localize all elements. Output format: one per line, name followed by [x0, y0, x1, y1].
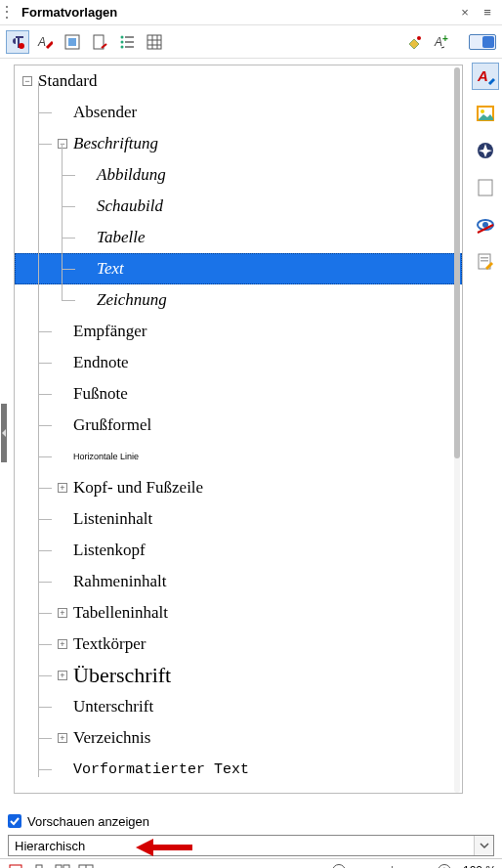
- tree-item[interactable]: +Kopf- und Fußzeile: [15, 472, 462, 503]
- tree-item[interactable]: Tabelle: [15, 222, 462, 253]
- zoom-out-button[interactable]: −: [332, 864, 346, 869]
- svg-point-5: [121, 35, 124, 38]
- tree-item-label: Text: [97, 259, 124, 279]
- tree-item-label: Standard: [38, 71, 97, 91]
- tree-item[interactable]: Text: [15, 253, 462, 284]
- save-status-icon[interactable]: [6, 862, 25, 869]
- gallery-tab-button[interactable]: [472, 100, 499, 127]
- tree-item[interactable]: +Tabelleninhalt: [15, 597, 462, 629]
- tree-item[interactable]: −Beschriftung: [15, 128, 462, 159]
- single-page-view-icon[interactable]: [29, 862, 49, 869]
- tree-item[interactable]: −Standard: [15, 65, 462, 97]
- tree-item[interactable]: Fußnote: [15, 378, 462, 410]
- svg-point-6: [121, 40, 124, 43]
- filter-combobox[interactable]: Hierarchisch: [8, 835, 494, 856]
- tree-item[interactable]: Listeninhalt: [15, 503, 462, 535]
- svg-rect-27: [481, 257, 488, 259]
- svg-rect-29: [10, 865, 21, 869]
- svg-rect-31: [36, 865, 42, 869]
- tree-item[interactable]: Vorformatierter Text: [15, 754, 462, 785]
- svg-rect-33: [63, 865, 69, 869]
- expand-icon[interactable]: +: [58, 639, 67, 649]
- tree-item-label: Absender: [73, 103, 137, 122]
- page-tab-button[interactable]: [472, 174, 499, 201]
- new-style-button[interactable]: A+: [430, 30, 453, 54]
- new-style-icon: A+: [434, 34, 449, 50]
- tree-item[interactable]: Absender: [15, 97, 462, 128]
- gallery-tab-icon: [476, 104, 495, 123]
- character-styles-button[interactable]: A: [33, 30, 57, 54]
- paragraph-styles-icon: [10, 34, 25, 50]
- panel-menu-icon[interactable]: ≡: [479, 5, 496, 20]
- tree-item[interactable]: Abbildung: [15, 159, 462, 191]
- drag-handle-icon[interactable]: [6, 5, 14, 21]
- panel-header: Formatvorlagen × ≡: [0, 0, 502, 25]
- zoom-in-button[interactable]: +: [438, 864, 451, 869]
- spotlight-toggle[interactable]: [469, 34, 496, 50]
- tree-item[interactable]: Empfänger: [15, 316, 462, 347]
- book-view-icon[interactable]: [76, 862, 96, 869]
- tree-item[interactable]: Zeichnung: [15, 284, 462, 316]
- expand-icon[interactable]: +: [58, 608, 67, 618]
- svg-point-0: [19, 43, 24, 49]
- tree-item-label: Zeichnung: [97, 290, 167, 310]
- tree-item[interactable]: Horizontale Linie: [15, 441, 462, 472]
- tree-item[interactable]: Endnote: [15, 347, 462, 378]
- tree-item-label: Rahmeninhalt: [73, 572, 166, 591]
- list-styles-icon: [119, 34, 135, 50]
- tree-item-label: Tabelle: [97, 228, 145, 247]
- scrollbar-thumb[interactable]: [454, 67, 460, 458]
- frame-styles-button[interactable]: [61, 30, 84, 54]
- character-styles-icon: A: [37, 34, 53, 50]
- tree-item-label: Listeninhalt: [73, 509, 152, 529]
- expand-icon[interactable]: +: [58, 671, 67, 680]
- preview-checkbox[interactable]: [8, 814, 21, 828]
- styles-tree[interactable]: −StandardAbsender−BeschriftungAbbildungS…: [14, 65, 463, 794]
- tree-item-label: Unterschrift: [73, 697, 153, 716]
- sidebar-tabs: A: [469, 59, 502, 807]
- paragraph-styles-button[interactable]: [6, 30, 29, 54]
- fill-format-button[interactable]: [402, 30, 426, 54]
- navigator-tab-icon: [476, 141, 495, 160]
- tree-item[interactable]: +Textkörper: [15, 629, 462, 660]
- page-styles-icon: [92, 34, 107, 50]
- page-styles-button[interactable]: [88, 30, 111, 54]
- styles-tab-button[interactable]: A: [472, 63, 499, 90]
- collapse-icon[interactable]: −: [58, 139, 67, 149]
- tree-item[interactable]: Listenkopf: [15, 535, 462, 566]
- multi-page-view-icon[interactable]: [53, 862, 72, 869]
- manage-changes-tab-button[interactable]: [472, 248, 499, 276]
- tree-item-label: Listenkopf: [73, 541, 146, 560]
- svg-rect-11: [147, 35, 161, 49]
- navigator-tab-button[interactable]: [472, 137, 499, 164]
- expand-icon[interactable]: +: [58, 733, 67, 743]
- tree-item-label: Tabelleninhalt: [73, 603, 168, 623]
- panel-collapse-handle[interactable]: [0, 59, 8, 807]
- tree-item[interactable]: Unterschrift: [15, 691, 462, 722]
- styles-tab-icon: A: [476, 66, 495, 86]
- expand-icon[interactable]: +: [58, 483, 67, 493]
- status-bar: − + 100 %: [0, 858, 502, 868]
- tree-item-label: Endnote: [73, 353, 129, 372]
- bottom-controls: Vorschauen anzeigen Hierarchisch: [0, 807, 502, 858]
- tree-item[interactable]: +Überschrift: [15, 660, 462, 691]
- tree-item[interactable]: Grußformel: [15, 410, 462, 441]
- tree-item[interactable]: Rahmeninhalt: [15, 566, 462, 597]
- tree-item-label: Empfänger: [73, 322, 147, 341]
- inspector-tab-button[interactable]: [472, 211, 499, 239]
- chevron-down-icon[interactable]: [474, 836, 493, 855]
- svg-text:+: +: [442, 34, 448, 44]
- tree-item-label: Verzeichnis: [73, 728, 150, 748]
- svg-point-21: [481, 109, 484, 113]
- panel-title: Formatvorlagen: [21, 5, 457, 20]
- svg-text:A: A: [477, 67, 488, 84]
- scrollbar[interactable]: [454, 67, 460, 793]
- table-styles-button[interactable]: [143, 30, 166, 54]
- tree-item-label: Grußformel: [73, 415, 151, 435]
- close-icon[interactable]: ×: [457, 5, 473, 20]
- svg-rect-9: [125, 41, 134, 43]
- tree-item[interactable]: Schaubild: [15, 191, 462, 222]
- collapse-icon[interactable]: −: [22, 76, 32, 86]
- list-styles-button[interactable]: [115, 30, 139, 54]
- tree-item[interactable]: +Verzeichnis: [15, 722, 462, 754]
